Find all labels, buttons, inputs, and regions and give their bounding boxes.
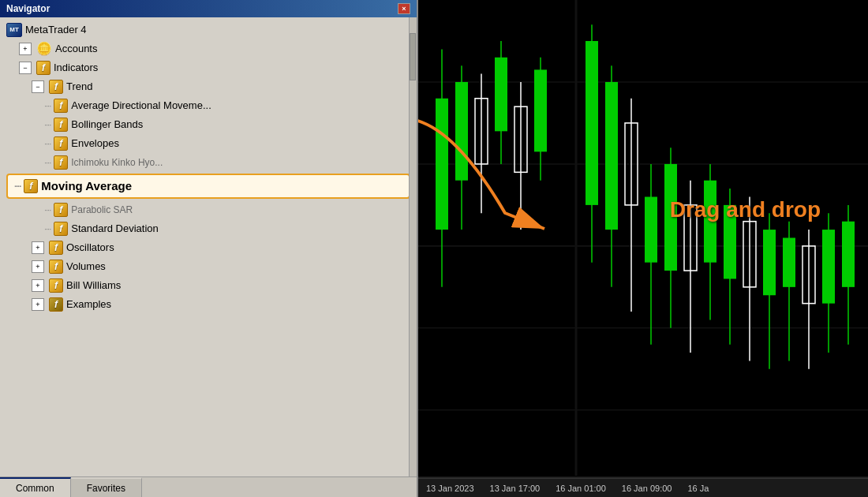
func-icon-env: f [54, 136, 68, 151]
vol-icon: f [49, 260, 63, 274]
svg-rect-34 [724, 205, 736, 279]
tree-item-ichi[interactable]: ···· f Ichimoku Kinko Hyo... [0, 153, 417, 172]
svg-rect-38 [763, 230, 776, 295]
dots-ma: ···· [14, 178, 21, 195]
tree-indicators[interactable]: − f Indicators [0, 58, 417, 77]
svg-rect-20 [586, 41, 598, 205]
dots-sar: ···· [44, 201, 51, 219]
svg-rect-9 [455, 82, 468, 181]
label-sd: Standard Deviation [71, 220, 159, 237]
tree-bill-williams[interactable]: + f Bill Williams [0, 276, 417, 295]
expand-examples[interactable]: + [32, 298, 44, 311]
svg-rect-13 [495, 58, 507, 132]
label-examples: Examples [66, 296, 111, 313]
date-5: 16 Ja [687, 484, 709, 493]
ex-icon: f [49, 297, 63, 312]
navigator-title: Navigator [6, 3, 50, 14]
scrollbar[interactable] [409, 17, 417, 476]
label-volumes: Volumes [66, 258, 106, 275]
navigator-titlebar: Navigator × [0, 0, 417, 17]
date-4: 16 Jan 09:00 [622, 484, 672, 493]
tree-item-sd[interactable]: ···· f Standard Deviation [0, 219, 417, 238]
dots-ichi: ···· [44, 154, 51, 171]
label-bb: Bollinger Bands [71, 116, 143, 133]
func-icon-sd: f [54, 222, 68, 236]
root-label: MetaTrader 4 [25, 21, 87, 39]
tree-item-bb[interactable]: ···· f Bollinger Bands [0, 115, 417, 134]
label-bill-williams: Bill Williams [66, 277, 121, 294]
svg-rect-46 [842, 222, 855, 287]
chart-date-bar: 13 Jan 2023 13 Jan 17:00 16 Jan 01:00 16… [418, 478, 868, 497]
func-icon-sar: f [54, 203, 68, 217]
svg-rect-26 [645, 197, 657, 263]
svg-rect-22 [605, 82, 618, 230]
tree-oscillators[interactable]: + f Oscillators [0, 238, 417, 257]
svg-rect-17 [534, 69, 547, 151]
tree-root: MT MetaTrader 4 [0, 21, 417, 39]
indicators-icon: f [36, 61, 51, 75]
svg-rect-32 [704, 181, 716, 263]
tree-item-ma[interactable]: ···· f Moving Average [6, 174, 410, 199]
expand-accounts[interactable]: + [19, 43, 32, 55]
label-sar: Parabolic SAR [71, 201, 133, 219]
svg-rect-7 [436, 99, 448, 230]
date-2: 13 Jan 17:00 [490, 484, 541, 493]
candlestick-chart [418, 0, 868, 497]
label-adm: Average Directional Moveme... [71, 97, 211, 114]
func-icon-ichi: f [54, 155, 68, 170]
accounts-icon [36, 43, 52, 55]
scrollbar-thumb[interactable] [410, 33, 416, 80]
label-ichi: Ichimoku Kinko Hyo... [71, 154, 163, 171]
dots-env: ···· [44, 135, 51, 152]
tree-item-env[interactable]: ···· f Envelopes [0, 134, 417, 153]
label-ma: Moving Average [41, 178, 132, 195]
tree-trend[interactable]: − f Trend [0, 77, 417, 96]
expand-volumes[interactable]: + [32, 260, 44, 273]
tree-item-sar[interactable]: ···· f Parabolic SAR [0, 200, 417, 219]
tree-examples[interactable]: + f Examples [0, 295, 417, 314]
func-icon-bb: f [54, 118, 68, 132]
dots-adm: ···· [44, 97, 51, 114]
date-3: 16 Jan 01:00 [556, 484, 606, 493]
label-oscillators: Oscillators [66, 239, 114, 256]
date-1: 13 Jan 2023 [426, 484, 474, 493]
tab-common[interactable]: Common [0, 477, 71, 497]
svg-rect-0 [418, 0, 868, 497]
expand-indicators[interactable]: − [19, 62, 32, 74]
svg-rect-28 [664, 164, 677, 271]
osc-icon: f [49, 241, 63, 255]
metatrader-icon: MT [6, 23, 22, 37]
expand-bill-williams[interactable]: + [32, 279, 44, 292]
label-env: Envelopes [71, 135, 119, 152]
tree-accounts[interactable]: + Accounts [0, 39, 417, 58]
trend-icon: f [49, 80, 63, 94]
accounts-label: Accounts [55, 40, 97, 58]
tree-volumes[interactable]: + f Volumes [0, 257, 417, 276]
dots-bb: ···· [44, 116, 51, 133]
func-icon-ma: f [24, 179, 38, 193]
tab-favorites[interactable]: Favorites [71, 477, 142, 497]
bw-icon: f [49, 278, 63, 293]
svg-rect-40 [783, 237, 795, 286]
close-button[interactable]: × [398, 3, 410, 14]
dots-sd: ···· [44, 220, 51, 237]
navigator-tabs: Common Favorites [0, 476, 417, 497]
svg-rect-44 [822, 230, 835, 304]
chart-area: 13 Jan 2023 13 Jan 17:00 16 Jan 01:00 16… [418, 0, 868, 497]
tree-area: MT MetaTrader 4 + Accounts − f Indicator… [0, 17, 417, 476]
navigator-panel: Navigator × MT MetaTrader 4 + Accounts −… [0, 0, 418, 497]
func-icon-adm: f [54, 99, 68, 113]
expand-oscillators[interactable]: + [32, 241, 44, 254]
expand-trend[interactable]: − [32, 80, 44, 93]
tree-item-adm[interactable]: ···· f Average Directional Moveme... [0, 96, 417, 115]
trend-label: Trend [66, 78, 92, 95]
indicators-label: Indicators [54, 59, 98, 77]
